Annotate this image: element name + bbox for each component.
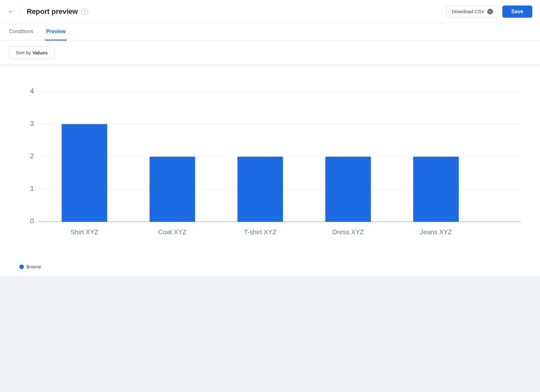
chart-legend: $name [0, 259, 540, 276]
save-button[interactable]: Save [502, 5, 532, 18]
tab-preview[interactable]: Preview [45, 23, 67, 41]
info-icon[interactable]: i [487, 9, 493, 14]
bar-tshirt-xyz [237, 157, 283, 222]
header-divider [20, 6, 20, 17]
svg-text:Jeans XYZ: Jeans XYZ [420, 229, 452, 236]
sort-prefix: Sort by [16, 50, 33, 55]
svg-text:1: 1 [30, 184, 34, 192]
bar-chart: 4 3 2 1 0 Shirt XYZ Coat XYZ T-shirt XYZ… [19, 79, 527, 248]
svg-text:4: 4 [30, 87, 34, 95]
svg-text:3: 3 [30, 119, 34, 127]
bar-shirt-xyz [62, 124, 107, 222]
download-csv-label: Download CSV [452, 9, 485, 14]
download-csv-button[interactable]: Download CSV i [446, 6, 498, 17]
svg-text:T-shirt XYZ: T-shirt XYZ [244, 229, 276, 236]
svg-text:Coat XYZ: Coat XYZ [158, 229, 187, 236]
sort-bold: Values [33, 50, 48, 55]
svg-text:Shirt XYZ: Shirt XYZ [70, 229, 98, 236]
legend-label: $name [26, 264, 41, 269]
sort-bar: Sort by Values [0, 41, 540, 65]
legend-dot [19, 265, 24, 269]
tabs-bar: Conditions Preview [0, 23, 540, 41]
svg-text:2: 2 [30, 152, 34, 160]
header: ← Report preview ? Download CSV i Save [0, 0, 540, 23]
svg-text:0: 0 [30, 217, 34, 225]
chart-container: 4 3 2 1 0 Shirt XYZ Coat XYZ T-shirt XYZ… [0, 66, 540, 259]
header-actions: Download CSV i Save [446, 5, 532, 18]
back-button[interactable]: ← [8, 8, 15, 15]
sort-by-values-button[interactable]: Sort by Values [9, 46, 54, 59]
tab-conditions[interactable]: Conditions [8, 23, 35, 41]
bar-dress-xyz [325, 157, 371, 222]
svg-text:Dress XYZ: Dress XYZ [332, 229, 364, 236]
help-icon[interactable]: ? [81, 8, 88, 15]
page-title: Report preview [27, 7, 78, 16]
bar-coat-xyz [150, 157, 195, 222]
bar-jeans-xyz [413, 157, 459, 222]
